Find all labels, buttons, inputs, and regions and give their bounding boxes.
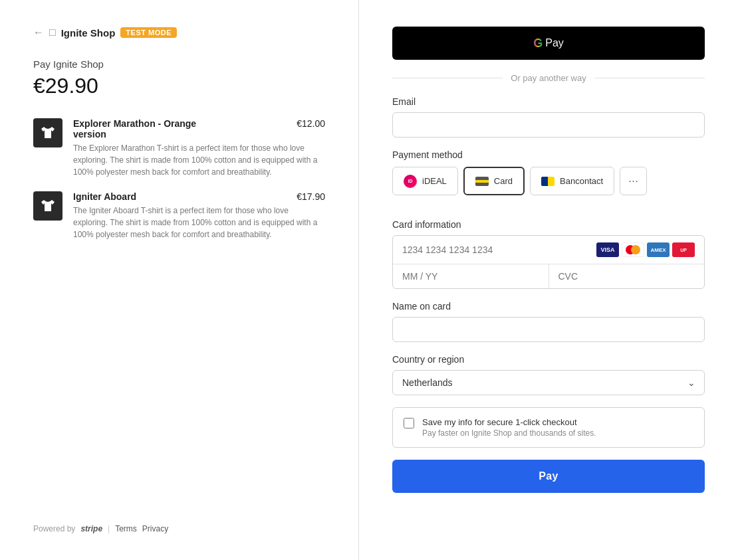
name-group: Name on card [392, 301, 705, 342]
tshirt-icon [39, 124, 57, 142]
ideal-icon: iD [404, 175, 417, 188]
card-label: Card [494, 176, 513, 186]
payment-methods: iD iDEAL Card Bancontact ··· [392, 167, 705, 195]
email-input[interactable] [392, 112, 705, 138]
product-description: The Igniter Aboard T-shirt is a perfect … [73, 205, 325, 240]
product-info: Igniter Aboard €17.90 The Igniter Aboard… [73, 191, 325, 240]
back-button[interactable]: ← [33, 27, 44, 39]
product-name: Explorer Marathon - Orange version [73, 118, 206, 140]
bancontact-icon [541, 177, 554, 186]
divider-text: Or pay another way [511, 73, 586, 83]
more-dots: ··· [628, 174, 638, 187]
name-input[interactable] [392, 317, 705, 342]
product-name-row: Igniter Aboard €17.90 [73, 191, 325, 202]
pay-button[interactable]: Pay [392, 460, 705, 493]
product-price: €17.90 [297, 191, 325, 202]
payment-method-ideal[interactable]: iD iDEAL [392, 167, 458, 195]
shop-name: Ignite Shop [61, 27, 116, 39]
test-mode-badge: TEST MODE [120, 27, 177, 38]
save-info-box: Save my info for secure 1-click checkout… [392, 407, 705, 448]
name-label: Name on card [392, 301, 705, 312]
privacy-link[interactable]: Privacy [142, 524, 168, 533]
card-info-label: Card information [392, 219, 705, 230]
right-panel: G Pay Or pay another way Email Payment m… [359, 0, 738, 560]
card-info-box: VISA AMEX UP [392, 235, 705, 289]
visa-icon: VISA [596, 242, 619, 257]
gpay-button[interactable]: G Pay [392, 27, 705, 60]
left-panel: ← □ Ignite Shop TEST MODE Pay Ignite Sho… [0, 0, 359, 560]
product-info: Explorer Marathon - Orange version €12.0… [73, 118, 325, 178]
email-group: Email [392, 96, 705, 138]
list-item: Explorer Marathon - Orange version €12.0… [33, 118, 325, 178]
product-description: The Explorer Marathon T-shirt is a perfe… [73, 142, 325, 178]
save-info-text: Save my info for secure 1-click checkout… [422, 417, 693, 438]
pay-label: Pay Ignite Shop [33, 58, 325, 70]
card-brand-icons: VISA AMEX UP [596, 242, 695, 257]
google-g-icon: G [533, 37, 543, 50]
card-info-group: Card information VISA AMEX UP [392, 219, 705, 289]
divider: Or pay another way [392, 73, 705, 83]
payment-method-group: Payment method iD iDEAL Card Bancontact … [392, 149, 705, 207]
product-thumbnail [33, 191, 62, 221]
card-number-input[interactable] [402, 244, 590, 255]
payment-method-label: Payment method [392, 149, 705, 160]
save-info-main: Save my info for secure 1-click checkout [422, 417, 693, 427]
country-group: Country or region Netherlands Germany Fr… [392, 354, 705, 395]
divider-line-right [594, 78, 705, 78]
product-list: Explorer Marathon - Orange version €12.0… [33, 118, 325, 504]
amount: €29.90 [33, 74, 325, 98]
card-number-row: VISA AMEX UP [393, 236, 704, 264]
payment-method-more[interactable]: ··· [620, 167, 647, 195]
country-select-wrapper: Netherlands Germany France United Kingdo… [392, 370, 705, 395]
card-icon [475, 177, 489, 186]
product-name: Igniter Aboard [73, 191, 136, 202]
cvc-input[interactable] [549, 264, 705, 288]
payment-method-card[interactable]: Card [463, 167, 525, 195]
country-label: Country or region [392, 354, 705, 365]
email-label: Email [392, 96, 705, 107]
expiry-input[interactable] [393, 264, 549, 288]
list-item: Igniter Aboard €17.90 The Igniter Aboard… [33, 191, 325, 240]
product-thumbnail [33, 118, 62, 147]
ideal-label: iDEAL [422, 176, 447, 186]
save-info-checkbox[interactable] [404, 418, 414, 428]
tshirt-icon [39, 197, 57, 215]
divider-line-left [392, 78, 503, 78]
breadcrumb-bar: ← □ Ignite Shop TEST MODE [33, 27, 325, 39]
stripe-logo: stripe [80, 524, 102, 533]
country-select[interactable]: Netherlands Germany France United Kingdo… [392, 370, 705, 395]
footer-separator: | [108, 524, 110, 533]
terms-link[interactable]: Terms [115, 524, 137, 533]
product-name-row: Explorer Marathon - Orange version €12.0… [73, 118, 325, 140]
product-price: €12.00 [297, 118, 325, 129]
footer: Powered by stripe | Terms Privacy [33, 504, 325, 533]
payment-method-bancontact[interactable]: Bancontact [530, 167, 614, 195]
amex-icon: AMEX [647, 242, 670, 257]
unionpay-icon: UP [672, 242, 695, 257]
mastercard-icon [622, 242, 644, 257]
bancontact-label: Bancontact [560, 176, 603, 186]
card-bottom-row [393, 264, 704, 288]
gpay-text: Pay [545, 37, 564, 49]
save-info-sub: Pay faster on Ignite Shop and thousands … [422, 428, 693, 438]
home-button[interactable]: □ [49, 27, 56, 39]
powered-by-text: Powered by [33, 524, 75, 533]
